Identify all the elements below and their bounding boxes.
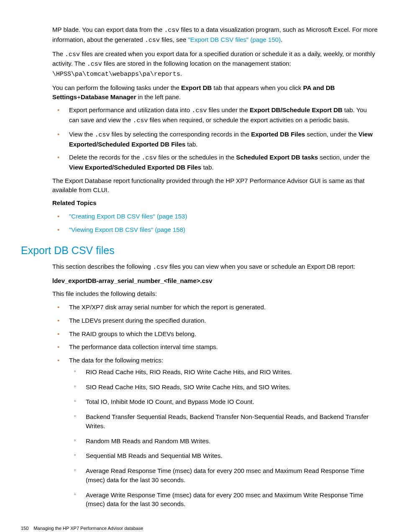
link-export-db-csv-files[interactable]: "Export DB CSV files" (page 150) — [188, 36, 281, 43]
bold: Export DB/Schedule Export DB — [250, 106, 343, 113]
metrics-list: RIO Read Cache Hits, RIO Reads, RIO Writ… — [69, 368, 378, 509]
footer-text: Managing the HP XP7 Performance Advisor … — [33, 526, 143, 531]
code: .csv — [145, 37, 160, 44]
text: The — [52, 50, 65, 57]
paragraph-section-intro: This section describes the following .cs… — [52, 262, 378, 272]
list-item: Export performance and utilization data … — [52, 105, 378, 126]
related-topics-heading: Related Topics — [52, 198, 378, 208]
code: .csv — [133, 117, 148, 124]
code: .csv — [153, 264, 168, 271]
paragraph-intro: MP blade. You can export data from the .… — [52, 25, 378, 45]
list-item: View the .csv files by selecting the cor… — [52, 130, 378, 149]
section-heading-export-db-csv: Export DB CSV files — [21, 243, 378, 258]
code: .csv — [65, 51, 80, 58]
text: View the — [69, 131, 95, 138]
list-item: "Creating Export DB CSV files" (page 153… — [52, 212, 378, 221]
link-viewing-export-db-csv[interactable]: "Viewing Export DB CSV files" (page 158) — [69, 226, 185, 233]
code: .csv — [192, 107, 207, 114]
task-list: Export performance and utilization data … — [52, 105, 378, 172]
text: . — [281, 36, 282, 43]
bold: View Exported/Scheduled Exported DB File… — [69, 164, 201, 171]
list-item: Sequential MB Reads and Sequential MB Wr… — [69, 451, 378, 460]
text: . — [180, 70, 182, 77]
list-item: Average Write Response Time (msec) data … — [69, 491, 378, 509]
details-list: The XP/XP7 disk array serial number for … — [52, 303, 378, 509]
link-creating-export-db-csv[interactable]: "Creating Export DB CSV files" (page 153… — [69, 213, 187, 220]
code: .csv — [87, 61, 102, 68]
text: The data for the following metrics: — [69, 357, 163, 364]
list-item: RIO Read Cache Hits, RIO Reads, RIO Writ… — [69, 368, 378, 377]
text: in the left pane. — [136, 93, 181, 100]
filename-heading: ldev_exportDB-array_serial_number_<file_… — [52, 276, 378, 285]
text: files, see — [160, 36, 188, 43]
list-item: Backend Transfer Sequential Reads, Backe… — [69, 412, 378, 431]
text: This section describes the following — [52, 263, 153, 270]
bold: Export DB — [181, 84, 212, 91]
bold: Exported DB Files — [251, 131, 305, 138]
text: MP blade. You can export data from the — [52, 26, 164, 33]
text: Export performance and utilization data … — [69, 106, 192, 113]
code: .csv — [95, 131, 110, 139]
text: files are stored in the following locati… — [102, 60, 291, 67]
code-path: \HPSS\pa\tomcat\webapps\pa\reports — [52, 71, 180, 78]
list-item: The LDEVs present during the specified d… — [52, 316, 378, 325]
bold: Scheduled Export DB tasks — [236, 154, 318, 161]
text: files by selecting the corresponding rec… — [110, 131, 251, 138]
bold: Database Manager — [81, 93, 136, 100]
page-number: 150 — [21, 525, 28, 532]
text: files or the schedules in the — [156, 154, 236, 161]
text: tab that appears when you click — [212, 84, 303, 91]
list-item: The RAID groups to which the LDEVs belon… — [52, 329, 378, 339]
code: .csv — [141, 154, 156, 162]
paragraph-functionality: The Export Database report functionality… — [52, 176, 378, 195]
paragraph-tasks: You can perform the following tasks unde… — [52, 83, 378, 102]
related-topics-list: "Creating Export DB CSV files" (page 153… — [52, 212, 378, 234]
list-item: The performance data collection interval… — [52, 342, 378, 352]
list-item: "Viewing Export DB CSV files" (page 158) — [52, 225, 378, 234]
code: .csv — [164, 27, 179, 34]
page-footer: 150Managing the HP XP7 Performance Advis… — [21, 525, 378, 532]
list-item: Delete the records for the .csv files or… — [52, 153, 378, 172]
paragraph-file-includes: This file includes the following details… — [52, 289, 378, 298]
text: tab. — [201, 164, 213, 171]
text: Delete the records for the — [69, 154, 141, 161]
text: files when required, or schedule the exp… — [148, 116, 350, 123]
text: + — [77, 93, 81, 100]
text: files you can view when you save or sche… — [168, 263, 356, 270]
list-item: Random MB Reads and Random MB Writes. — [69, 437, 378, 446]
list-item: The XP/XP7 disk array serial number for … — [52, 303, 378, 312]
text: section, under the — [318, 154, 369, 161]
text: files under the — [207, 106, 250, 113]
text: section, under the — [305, 131, 358, 138]
list-item: The data for the following metrics: RIO … — [52, 356, 378, 509]
list-item: Total IO, Inhibit Mode IO Count, and Byp… — [69, 397, 378, 406]
list-item: SIO Read Cache Hits, SIO Reads, SIO Writ… — [69, 383, 378, 392]
text: You can perform the following tasks unde… — [52, 84, 181, 91]
paragraph-location: The .csv files are created when you expo… — [52, 49, 378, 79]
list-item: Average Read Response Time (msec) data f… — [69, 466, 378, 485]
text: tab. — [185, 141, 197, 148]
